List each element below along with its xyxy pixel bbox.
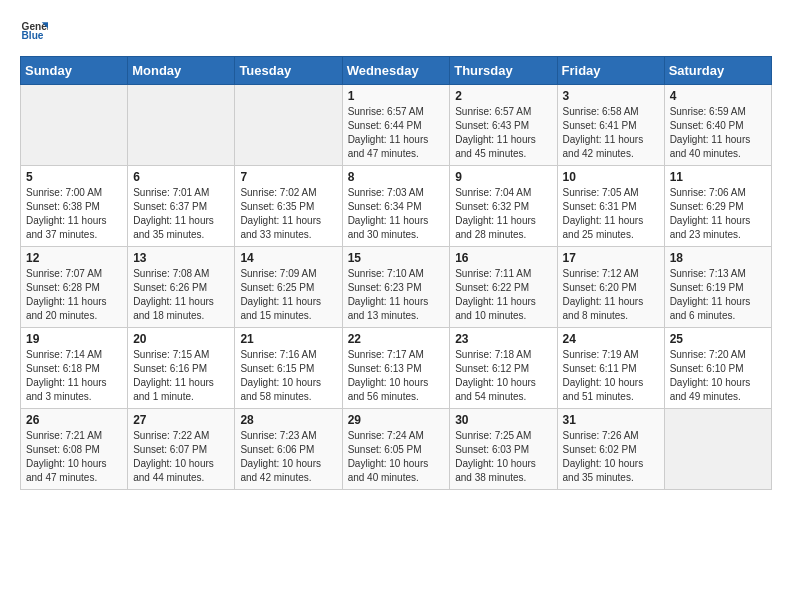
day-info: Sunrise: 7:14 AM Sunset: 6:18 PM Dayligh…: [26, 348, 122, 404]
calendar-cell: 30Sunrise: 7:25 AM Sunset: 6:03 PM Dayli…: [450, 409, 557, 490]
day-info: Sunrise: 7:24 AM Sunset: 6:05 PM Dayligh…: [348, 429, 445, 485]
day-info: Sunrise: 7:00 AM Sunset: 6:38 PM Dayligh…: [26, 186, 122, 242]
day-number: 6: [133, 170, 229, 184]
day-info: Sunrise: 7:23 AM Sunset: 6:06 PM Dayligh…: [240, 429, 336, 485]
day-info: Sunrise: 7:25 AM Sunset: 6:03 PM Dayligh…: [455, 429, 551, 485]
calendar-cell: 5Sunrise: 7:00 AM Sunset: 6:38 PM Daylig…: [21, 166, 128, 247]
calendar-cell: 3Sunrise: 6:58 AM Sunset: 6:41 PM Daylig…: [557, 85, 664, 166]
day-number: 12: [26, 251, 122, 265]
logo: General Blue: [20, 16, 52, 44]
day-number: 19: [26, 332, 122, 346]
day-number: 10: [563, 170, 659, 184]
day-number: 24: [563, 332, 659, 346]
day-number: 17: [563, 251, 659, 265]
day-info: Sunrise: 7:08 AM Sunset: 6:26 PM Dayligh…: [133, 267, 229, 323]
calendar-cell: 23Sunrise: 7:18 AM Sunset: 6:12 PM Dayli…: [450, 328, 557, 409]
day-number: 23: [455, 332, 551, 346]
day-info: Sunrise: 7:20 AM Sunset: 6:10 PM Dayligh…: [670, 348, 766, 404]
calendar-cell: 31Sunrise: 7:26 AM Sunset: 6:02 PM Dayli…: [557, 409, 664, 490]
day-number: 31: [563, 413, 659, 427]
day-number: 25: [670, 332, 766, 346]
day-number: 27: [133, 413, 229, 427]
day-info: Sunrise: 7:21 AM Sunset: 6:08 PM Dayligh…: [26, 429, 122, 485]
day-info: Sunrise: 7:04 AM Sunset: 6:32 PM Dayligh…: [455, 186, 551, 242]
calendar-cell: 28Sunrise: 7:23 AM Sunset: 6:06 PM Dayli…: [235, 409, 342, 490]
day-info: Sunrise: 7:02 AM Sunset: 6:35 PM Dayligh…: [240, 186, 336, 242]
calendar-cell: 27Sunrise: 7:22 AM Sunset: 6:07 PM Dayli…: [128, 409, 235, 490]
logo-icon: General Blue: [20, 16, 48, 44]
weekday-header: Wednesday: [342, 57, 450, 85]
day-info: Sunrise: 7:09 AM Sunset: 6:25 PM Dayligh…: [240, 267, 336, 323]
weekday-header: Thursday: [450, 57, 557, 85]
day-number: 1: [348, 89, 445, 103]
day-info: Sunrise: 7:07 AM Sunset: 6:28 PM Dayligh…: [26, 267, 122, 323]
calendar-week-row: 26Sunrise: 7:21 AM Sunset: 6:08 PM Dayli…: [21, 409, 772, 490]
day-number: 4: [670, 89, 766, 103]
calendar-cell: 16Sunrise: 7:11 AM Sunset: 6:22 PM Dayli…: [450, 247, 557, 328]
weekday-header: Friday: [557, 57, 664, 85]
day-info: Sunrise: 6:58 AM Sunset: 6:41 PM Dayligh…: [563, 105, 659, 161]
day-number: 11: [670, 170, 766, 184]
calendar-cell: 19Sunrise: 7:14 AM Sunset: 6:18 PM Dayli…: [21, 328, 128, 409]
header: General Blue: [20, 16, 772, 44]
day-info: Sunrise: 7:22 AM Sunset: 6:07 PM Dayligh…: [133, 429, 229, 485]
day-info: Sunrise: 7:26 AM Sunset: 6:02 PM Dayligh…: [563, 429, 659, 485]
day-number: 29: [348, 413, 445, 427]
svg-text:Blue: Blue: [22, 30, 44, 41]
calendar-header: SundayMondayTuesdayWednesdayThursdayFrid…: [21, 57, 772, 85]
day-number: 18: [670, 251, 766, 265]
calendar-cell: 24Sunrise: 7:19 AM Sunset: 6:11 PM Dayli…: [557, 328, 664, 409]
day-number: 30: [455, 413, 551, 427]
calendar-body: 1Sunrise: 6:57 AM Sunset: 6:44 PM Daylig…: [21, 85, 772, 490]
calendar-table: SundayMondayTuesdayWednesdayThursdayFrid…: [20, 56, 772, 490]
calendar-cell: 4Sunrise: 6:59 AM Sunset: 6:40 PM Daylig…: [664, 85, 771, 166]
day-info: Sunrise: 7:17 AM Sunset: 6:13 PM Dayligh…: [348, 348, 445, 404]
calendar-cell: 20Sunrise: 7:15 AM Sunset: 6:16 PM Dayli…: [128, 328, 235, 409]
calendar-cell: 10Sunrise: 7:05 AM Sunset: 6:31 PM Dayli…: [557, 166, 664, 247]
day-info: Sunrise: 7:16 AM Sunset: 6:15 PM Dayligh…: [240, 348, 336, 404]
day-info: Sunrise: 7:12 AM Sunset: 6:20 PM Dayligh…: [563, 267, 659, 323]
day-number: 2: [455, 89, 551, 103]
day-number: 3: [563, 89, 659, 103]
day-info: Sunrise: 7:13 AM Sunset: 6:19 PM Dayligh…: [670, 267, 766, 323]
day-info: Sunrise: 7:11 AM Sunset: 6:22 PM Dayligh…: [455, 267, 551, 323]
calendar-week-row: 19Sunrise: 7:14 AM Sunset: 6:18 PM Dayli…: [21, 328, 772, 409]
day-number: 7: [240, 170, 336, 184]
calendar-week-row: 1Sunrise: 6:57 AM Sunset: 6:44 PM Daylig…: [21, 85, 772, 166]
day-number: 8: [348, 170, 445, 184]
day-number: 5: [26, 170, 122, 184]
day-number: 15: [348, 251, 445, 265]
calendar-cell: [235, 85, 342, 166]
day-number: 16: [455, 251, 551, 265]
calendar-cell: 13Sunrise: 7:08 AM Sunset: 6:26 PM Dayli…: [128, 247, 235, 328]
day-info: Sunrise: 7:19 AM Sunset: 6:11 PM Dayligh…: [563, 348, 659, 404]
calendar-cell: 25Sunrise: 7:20 AM Sunset: 6:10 PM Dayli…: [664, 328, 771, 409]
weekday-header: Monday: [128, 57, 235, 85]
calendar-cell: [128, 85, 235, 166]
calendar-week-row: 5Sunrise: 7:00 AM Sunset: 6:38 PM Daylig…: [21, 166, 772, 247]
calendar-cell: 1Sunrise: 6:57 AM Sunset: 6:44 PM Daylig…: [342, 85, 450, 166]
day-number: 28: [240, 413, 336, 427]
calendar-cell: 22Sunrise: 7:17 AM Sunset: 6:13 PM Dayli…: [342, 328, 450, 409]
day-info: Sunrise: 6:59 AM Sunset: 6:40 PM Dayligh…: [670, 105, 766, 161]
calendar-cell: [664, 409, 771, 490]
weekday-header: Sunday: [21, 57, 128, 85]
day-number: 13: [133, 251, 229, 265]
day-info: Sunrise: 7:05 AM Sunset: 6:31 PM Dayligh…: [563, 186, 659, 242]
day-number: 14: [240, 251, 336, 265]
calendar-cell: 6Sunrise: 7:01 AM Sunset: 6:37 PM Daylig…: [128, 166, 235, 247]
calendar-cell: 29Sunrise: 7:24 AM Sunset: 6:05 PM Dayli…: [342, 409, 450, 490]
day-number: 9: [455, 170, 551, 184]
calendar-cell: 12Sunrise: 7:07 AM Sunset: 6:28 PM Dayli…: [21, 247, 128, 328]
calendar-cell: 18Sunrise: 7:13 AM Sunset: 6:19 PM Dayli…: [664, 247, 771, 328]
calendar-week-row: 12Sunrise: 7:07 AM Sunset: 6:28 PM Dayli…: [21, 247, 772, 328]
day-info: Sunrise: 7:01 AM Sunset: 6:37 PM Dayligh…: [133, 186, 229, 242]
day-info: Sunrise: 7:18 AM Sunset: 6:12 PM Dayligh…: [455, 348, 551, 404]
day-info: Sunrise: 6:57 AM Sunset: 6:44 PM Dayligh…: [348, 105, 445, 161]
day-info: Sunrise: 7:10 AM Sunset: 6:23 PM Dayligh…: [348, 267, 445, 323]
day-number: 22: [348, 332, 445, 346]
calendar-cell: 9Sunrise: 7:04 AM Sunset: 6:32 PM Daylig…: [450, 166, 557, 247]
day-number: 26: [26, 413, 122, 427]
calendar-cell: 26Sunrise: 7:21 AM Sunset: 6:08 PM Dayli…: [21, 409, 128, 490]
day-number: 20: [133, 332, 229, 346]
